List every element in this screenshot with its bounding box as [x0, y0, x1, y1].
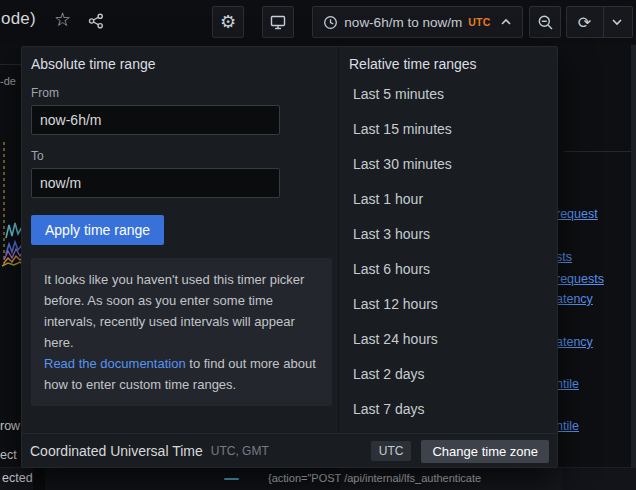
timezone-badge: UTC: [371, 441, 412, 461]
legend-link-requests[interactable]: requests: [556, 272, 604, 286]
relative-time-ranges-section: Relative time ranges Last 5 minutes Last…: [338, 47, 558, 433]
scrollbar[interactable]: [631, 45, 636, 490]
absolute-time-range-section: Absolute time range From To Apply time r…: [22, 47, 338, 433]
zoom-out-button[interactable]: [529, 6, 561, 38]
gear-icon: ⚙: [220, 11, 236, 33]
time-range-timezone: UTC: [468, 16, 490, 28]
relative-range-option-3h[interactable]: Last 3 hours: [339, 216, 558, 251]
refresh-interval-dropdown[interactable]: [602, 7, 632, 37]
dashboard-settings-button[interactable]: ⚙: [212, 6, 244, 38]
relative-range-option-30m[interactable]: Last 30 minutes: [339, 146, 558, 181]
series-legend-label[interactable]: {action="POST /api/internal/lfs_authenti…: [268, 472, 528, 484]
clock-icon: [323, 15, 338, 30]
monitor-icon: [269, 13, 287, 31]
background-fragment-ected: ected: [2, 471, 33, 485]
chevron-up-icon: [500, 18, 512, 26]
background-timeseries-chart: [0, 138, 22, 268]
background-fragment-variable: -de: [0, 75, 16, 87]
refresh-button-group: ⟳: [566, 6, 633, 38]
time-range-label: now-6h/m to now/m: [344, 15, 462, 30]
refresh-icon: ⟳: [578, 13, 591, 32]
dashboard-topbar: ode) ☆ ⚙ now-6h/m to now/m UTC: [0, 0, 636, 44]
info-text: It looks like you haven't used this time…: [44, 269, 319, 353]
time-range-picker-button[interactable]: now-6h/m to now/m UTC: [312, 6, 523, 38]
background-legend-row: ected {action="POST /api/internal/lfs_au…: [0, 467, 636, 490]
read-documentation-link[interactable]: Read the documentation: [44, 356, 186, 371]
dashboard-title-fragment: ode): [1, 9, 36, 29]
from-input[interactable]: [31, 105, 280, 135]
to-input[interactable]: [31, 168, 280, 198]
background-fragment-ect: ect: [0, 448, 17, 462]
legend-link-percentile-1[interactable]: ntile: [556, 377, 579, 391]
apply-time-range-button[interactable]: Apply time range: [31, 215, 164, 245]
to-label: To: [31, 149, 329, 163]
relative-range-option-2d[interactable]: Last 2 days: [339, 356, 558, 391]
relative-range-option-5m[interactable]: Last 5 minutes: [339, 76, 558, 111]
button-divider: [603, 7, 604, 37]
recent-ranges-info-box: It looks like you haven't used this time…: [31, 258, 332, 406]
legend-link-percentile-2[interactable]: ntile: [556, 419, 579, 433]
screen: -de row ect request sts requests atency …: [0, 0, 636, 490]
relative-range-option-6h[interactable]: Last 6 hours: [339, 251, 558, 286]
series-color-marker: [224, 478, 239, 480]
time-range-picker-overlay: Absolute time range From To Apply time r…: [21, 46, 558, 468]
zoom-out-icon: [537, 14, 554, 31]
relative-range-list: Last 5 minutes Last 15 minutes Last 30 m…: [339, 76, 558, 426]
relative-range-option-1h[interactable]: Last 1 hour: [339, 181, 558, 216]
background-panel-edge: [564, 151, 631, 152]
timezone-detail: UTC, GMT: [211, 444, 269, 458]
relative-range-option-15m[interactable]: Last 15 minutes: [339, 111, 558, 146]
column-divider: [33, 468, 45, 490]
timezone-footer: Coordinated Universal Time UTC, GMT UTC …: [22, 433, 557, 468]
background-divider: [0, 64, 21, 65]
legend-link-latency-2[interactable]: atency: [556, 335, 593, 349]
relative-range-option-12h[interactable]: Last 12 hours: [339, 286, 558, 321]
legend-link-sts[interactable]: sts: [556, 250, 572, 264]
star-icon[interactable]: ☆: [54, 10, 71, 30]
background-fragment-row: row: [0, 419, 20, 433]
legend-link-latency-1[interactable]: atency: [556, 292, 593, 306]
absolute-section-heading: Absolute time range: [31, 56, 329, 72]
cycle-view-mode-button[interactable]: [262, 6, 294, 38]
share-icon[interactable]: [87, 12, 105, 30]
relative-range-option-7d[interactable]: Last 7 days: [339, 391, 558, 426]
relative-section-heading: Relative time ranges: [339, 47, 558, 71]
relative-range-option-24h[interactable]: Last 24 hours: [339, 321, 558, 356]
timezone-name: Coordinated Universal Time: [30, 443, 203, 459]
legend-link-request[interactable]: request: [556, 207, 598, 221]
change-time-zone-button[interactable]: Change time zone: [421, 440, 549, 463]
chevron-down-icon: [611, 18, 623, 26]
refresh-button[interactable]: ⟳: [567, 7, 602, 37]
from-label: From: [31, 86, 329, 100]
